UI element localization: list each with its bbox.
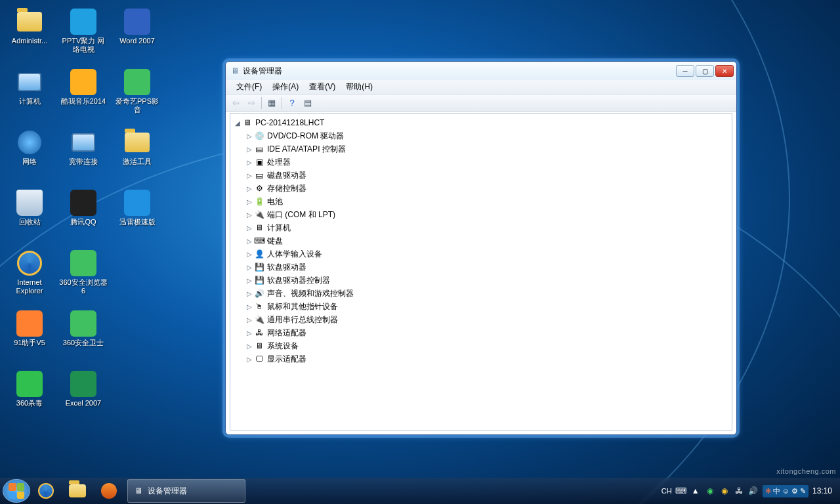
node-label: 通用串行总线控制器 bbox=[267, 314, 338, 326]
network-icon[interactable]: 🖧 bbox=[734, 486, 744, 496]
tree-node[interactable]: ▷🖥系统设备 bbox=[232, 339, 730, 352]
desktop-icon[interactable]: 爱奇艺PPS影音 bbox=[113, 66, 161, 123]
language-bar[interactable]: ✻ 中 ☺⚙✎ bbox=[763, 485, 808, 497]
app-icon bbox=[16, 249, 43, 277]
device-category-icon: 🖧 bbox=[254, 327, 264, 338]
device-category-icon: 💾 bbox=[254, 262, 264, 272]
desktop-icon[interactable]: 91助手V5 bbox=[5, 307, 54, 365]
menu-item[interactable]: 操作(A) bbox=[267, 80, 304, 94]
desktop-icon[interactable]: 激活工具 bbox=[113, 126, 161, 184]
expand-icon[interactable]: ▷ bbox=[246, 238, 253, 245]
icon-label: 计算机 bbox=[19, 97, 41, 106]
tree-node[interactable]: ▷💾软盘驱动器控制器 bbox=[232, 274, 730, 287]
tray-360-icon[interactable]: ◉ bbox=[705, 486, 715, 496]
tree-node[interactable]: ▷🖧网络适配器 bbox=[232, 326, 730, 339]
language-indicator[interactable]: CH bbox=[662, 487, 672, 495]
menu-item[interactable]: 帮助(H) bbox=[341, 80, 378, 94]
help-button[interactable]: ? bbox=[285, 96, 299, 110]
desktop-icon[interactable]: 网络 bbox=[5, 126, 54, 184]
start-button[interactable] bbox=[3, 479, 30, 503]
device-category-icon: 🖴 bbox=[254, 144, 264, 154]
desktop-icon[interactable]: Administr... bbox=[5, 5, 54, 63]
tree-node[interactable]: ▷🖴磁盘驱动器 bbox=[232, 169, 730, 182]
tree-node[interactable]: ▷🔌端口 (COM 和 LPT) bbox=[232, 208, 730, 221]
tray-flag-icon[interactable]: ▲ bbox=[690, 486, 701, 496]
desktop-icon[interactable]: 腾讯QQ bbox=[59, 186, 108, 244]
expand-icon[interactable]: ▷ bbox=[246, 277, 253, 284]
tree-node[interactable]: ▷🔊声音、视频和游戏控制器 bbox=[232, 287, 730, 300]
desktop-icon[interactable]: 酷我音乐2014 bbox=[59, 66, 108, 123]
expand-icon[interactable]: ▷ bbox=[246, 264, 253, 271]
taskbar-item-device-manager[interactable]: 🖥 设备管理器 bbox=[127, 479, 245, 503]
back-button[interactable]: ⇦ bbox=[228, 96, 243, 110]
volume-icon[interactable]: 🔊 bbox=[748, 486, 759, 496]
taskbar-pin-mediaplayer[interactable] bbox=[93, 479, 125, 503]
taskbar-pin-ie[interactable] bbox=[30, 479, 62, 503]
app-icon bbox=[70, 129, 97, 156]
expand-icon[interactable]: ▷ bbox=[246, 211, 253, 219]
tray-360sd-icon[interactable]: ◉ bbox=[719, 486, 730, 496]
app-icon bbox=[70, 68, 97, 96]
device-category-icon: 👤 bbox=[254, 249, 264, 259]
tree-node[interactable]: ▷▣处理器 bbox=[232, 156, 730, 169]
collapse-icon[interactable]: ◢ bbox=[234, 119, 241, 127]
expand-icon[interactable]: ▷ bbox=[246, 290, 253, 297]
tree-node[interactable]: ▷👤人体学输入设备 bbox=[232, 247, 730, 261]
tree-node[interactable]: ▷🖵显示适配器 bbox=[232, 352, 730, 366]
desktop-icon[interactable]: 宽带连接 bbox=[59, 126, 108, 184]
tree-node[interactable]: ▷🔋电池 bbox=[232, 195, 730, 208]
desktop-icon[interactable]: Word 2007 bbox=[113, 5, 161, 63]
clock[interactable]: 13:10 bbox=[812, 486, 832, 495]
node-label: 显示适配器 bbox=[267, 354, 306, 365]
tree-node[interactable]: ▷🖱鼠标和其他指针设备 bbox=[232, 300, 730, 313]
minimize-button[interactable]: ─ bbox=[676, 65, 694, 77]
ime-icon[interactable]: ⌨ bbox=[676, 486, 686, 496]
tree-node[interactable]: ▷⌨键盘 bbox=[232, 234, 730, 247]
node-label: PC-20141218LHCT bbox=[255, 118, 324, 127]
expand-icon[interactable]: ▷ bbox=[246, 198, 253, 205]
desktop-icon[interactable]: Excel 2007 bbox=[59, 368, 108, 425]
desktop-icon[interactable]: 计算机 bbox=[5, 66, 54, 123]
tree-node[interactable]: ▷🖴IDE ATA/ATAPI 控制器 bbox=[232, 142, 730, 156]
desktop-icon[interactable]: 360安全浏览器6 bbox=[59, 247, 108, 304]
expand-icon[interactable]: ▷ bbox=[246, 146, 253, 153]
close-button[interactable]: ✕ bbox=[715, 65, 734, 77]
tree-node[interactable]: ▷💾软盘驱动器 bbox=[232, 261, 730, 274]
icon-label: 爱奇艺PPS影音 bbox=[113, 97, 161, 114]
expand-icon[interactable]: ▷ bbox=[246, 356, 253, 363]
expand-icon[interactable]: ▷ bbox=[246, 172, 253, 179]
expand-icon[interactable]: ▷ bbox=[246, 159, 253, 166]
desktop-icon[interactable]: PPTV聚力 网络电视 bbox=[59, 5, 108, 63]
taskbar-pin-explorer[interactable] bbox=[62, 479, 93, 503]
icon-label: 宽带连接 bbox=[69, 158, 98, 166]
tree-node[interactable]: ▷🔌通用串行总线控制器 bbox=[232, 313, 730, 326]
menu-item[interactable]: 文件(F) bbox=[231, 80, 267, 94]
desktop-icon[interactable]: 回收站 bbox=[5, 186, 54, 244]
expand-icon[interactable]: ▷ bbox=[246, 303, 253, 310]
expand-icon[interactable]: ▷ bbox=[246, 185, 253, 192]
desktop-icon[interactable]: Internet Explorer bbox=[5, 247, 54, 304]
titlebar[interactable]: 🖥 设备管理器 ─ ▢ ✕ bbox=[226, 62, 736, 80]
tree-root[interactable]: ◢🖥PC-20141218LHCT bbox=[232, 116, 730, 129]
tree-node[interactable]: ▷⚙存储控制器 bbox=[232, 182, 730, 195]
tree-node[interactable]: ▷🖥计算机 bbox=[232, 221, 730, 234]
menu-bar: 文件(F)操作(A)查看(V)帮助(H) bbox=[226, 80, 736, 94]
expand-icon[interactable]: ▷ bbox=[246, 343, 253, 350]
expand-icon[interactable]: ▷ bbox=[246, 133, 253, 140]
expand-icon[interactable]: ▷ bbox=[246, 316, 253, 324]
node-label: 软盘驱动器控制器 bbox=[267, 275, 330, 286]
show-hidden-button[interactable]: ▤ bbox=[301, 96, 315, 110]
maximize-button[interactable]: ▢ bbox=[696, 65, 714, 77]
menu-item[interactable]: 查看(V) bbox=[304, 80, 341, 94]
desktop-icon[interactable]: 360杀毒 bbox=[5, 368, 54, 425]
expand-icon[interactable]: ▷ bbox=[246, 224, 253, 232]
tree-node[interactable]: ▷💿DVD/CD-ROM 驱动器 bbox=[232, 129, 730, 142]
expand-icon[interactable]: ▷ bbox=[246, 251, 253, 258]
expand-icon[interactable]: ▷ bbox=[246, 329, 253, 337]
forward-button[interactable]: ⇨ bbox=[244, 96, 259, 110]
properties-button[interactable]: ▦ bbox=[264, 96, 279, 110]
device-tree[interactable]: ◢🖥PC-20141218LHCT▷💿DVD/CD-ROM 驱动器▷🖴IDE A… bbox=[230, 113, 732, 430]
desktop-icon[interactable]: 360安全卫士 bbox=[59, 307, 108, 365]
desktop-icon[interactable]: 迅雷极速版 bbox=[113, 186, 161, 244]
icon-label: 360安全浏览器6 bbox=[59, 278, 108, 295]
